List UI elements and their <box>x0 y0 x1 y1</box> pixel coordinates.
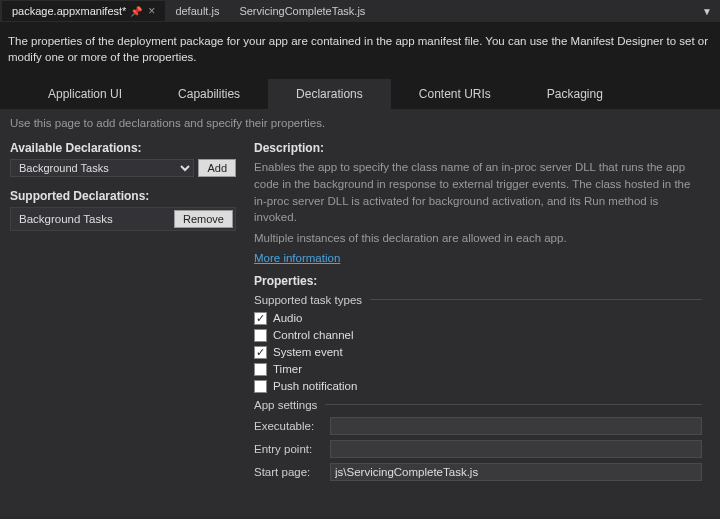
add-button[interactable]: Add <box>198 159 236 177</box>
check-label: Push notification <box>273 380 357 392</box>
entry-point-input[interactable] <box>330 440 702 458</box>
tab-content-uris[interactable]: Content URIs <box>391 79 519 109</box>
description-text-2: Multiple instances of this declaration a… <box>254 230 702 247</box>
available-declarations-select[interactable]: Background Tasks <box>10 159 194 177</box>
check-label: System event <box>273 346 343 358</box>
check-label: Timer <box>273 363 302 375</box>
checkbox-timer[interactable] <box>254 363 267 376</box>
tab-capabilities[interactable]: Capabilities <box>150 79 268 109</box>
page-hint: Use this page to add declarations and sp… <box>10 117 710 129</box>
doc-tab-label: ServicingCompleteTask.js <box>239 5 365 17</box>
pin-icon[interactable]: 📌 <box>130 6 142 17</box>
supported-item-label: Background Tasks <box>19 213 174 225</box>
check-label: Audio <box>273 312 302 324</box>
checkbox-audio[interactable]: ✓ <box>254 312 267 325</box>
check-audio: ✓ Audio <box>254 312 702 325</box>
supported-task-types-header: Supported task types <box>254 294 702 306</box>
check-label: Control channel <box>273 329 354 341</box>
declarations-panel: Available Declarations: Background Tasks… <box>10 141 236 485</box>
checkbox-control-channel[interactable] <box>254 329 267 342</box>
properties-label: Properties: <box>254 274 702 288</box>
subsection-label: Supported task types <box>254 294 362 306</box>
divider <box>325 404 702 405</box>
checkbox-system-event[interactable]: ✓ <box>254 346 267 359</box>
available-declarations-label: Available Declarations: <box>10 141 236 155</box>
description-text-1: Enables the app to specify the class nam… <box>254 159 702 226</box>
check-push-notification: Push notification <box>254 380 702 393</box>
supported-declarations-label: Supported Declarations: <box>10 189 236 203</box>
properties-panel: Description: Enables the app to specify … <box>254 141 710 485</box>
doc-tab-servicing-js[interactable]: ServicingCompleteTask.js <box>229 2 375 20</box>
check-timer: Timer <box>254 363 702 376</box>
start-page-input[interactable] <box>330 463 702 481</box>
tab-declarations[interactable]: Declarations <box>268 79 391 109</box>
more-information-link[interactable]: More information <box>254 252 340 264</box>
doc-tab-default-js[interactable]: default.js <box>165 2 229 20</box>
tab-packaging[interactable]: Packaging <box>519 79 631 109</box>
tab-application-ui[interactable]: Application UI <box>20 79 150 109</box>
close-icon[interactable]: × <box>148 4 155 18</box>
doc-tab-label: default.js <box>175 5 219 17</box>
start-page-label: Start page: <box>254 466 322 478</box>
doc-tab-manifest[interactable]: package.appxmanifest* 📌 × <box>2 1 165 21</box>
manifest-tabs: Application UI Capabilities Declarations… <box>0 79 720 109</box>
app-settings-header: App settings <box>254 399 702 411</box>
check-system-event: ✓ System event <box>254 346 702 359</box>
executable-input[interactable] <box>330 417 702 435</box>
doc-tab-label: package.appxmanifest* <box>12 5 126 17</box>
document-tab-bar: package.appxmanifest* 📌 × default.js Ser… <box>0 0 720 22</box>
supported-declaration-item[interactable]: Background Tasks Remove <box>10 207 236 231</box>
remove-button[interactable]: Remove <box>174 210 233 228</box>
tabs-overflow-icon[interactable]: ▼ <box>694 6 720 17</box>
content-area: Use this page to add declarations and sp… <box>0 109 720 516</box>
entry-point-label: Entry point: <box>254 443 322 455</box>
checkbox-push-notification[interactable] <box>254 380 267 393</box>
divider <box>370 299 702 300</box>
executable-label: Executable: <box>254 420 322 432</box>
intro-text: The properties of the deployment package… <box>0 22 720 79</box>
subsection-label: App settings <box>254 399 317 411</box>
check-control-channel: Control channel <box>254 329 702 342</box>
description-label: Description: <box>254 141 702 155</box>
